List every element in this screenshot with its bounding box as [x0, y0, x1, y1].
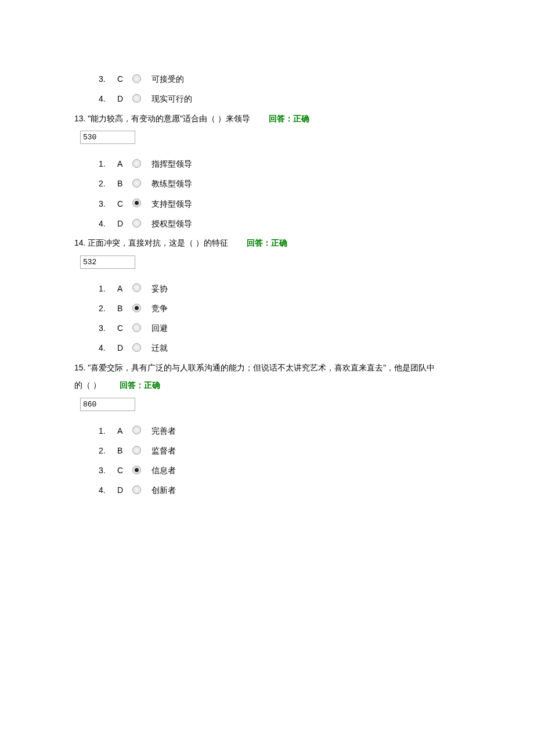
- option-letter: D: [117, 485, 128, 495]
- option-text: 回避: [151, 323, 168, 333]
- option-number: 3.: [99, 323, 115, 333]
- radio-icon[interactable]: [132, 485, 141, 494]
- option-text: 支持型领导: [151, 199, 192, 208]
- q13-code-input[interactable]: 530: [80, 131, 135, 144]
- q14-option-a: 1. A 妥协: [0, 279, 534, 299]
- q13-option-d: 4. D 授权型领导: [0, 214, 534, 234]
- option-number: 3.: [99, 74, 115, 84]
- q13-stem: 13. "能力较高，有变动的意愿"适合由（ ）来领导 回答：正确: [0, 110, 534, 127]
- option-text: 完善者: [151, 426, 176, 435]
- q13-option-b: 2. B 教练型领导: [0, 174, 534, 194]
- option-text: 信息者: [151, 466, 176, 475]
- option-text: 授权型领导: [151, 219, 192, 228]
- option-number: 1.: [99, 159, 115, 168]
- option-letter: C: [117, 199, 128, 208]
- q13-option-a: 1. A 指挥型领导: [0, 154, 534, 174]
- option-text: 妥协: [151, 284, 168, 293]
- option-letter: B: [117, 304, 128, 313]
- radio-icon-selected[interactable]: [132, 304, 141, 312]
- option-letter: B: [117, 179, 128, 188]
- option-number: 4.: [99, 343, 115, 352]
- feedback-label: 回答：正确: [247, 238, 287, 247]
- q14-option-b: 2. B 竞争: [0, 299, 534, 319]
- option-letter: D: [117, 343, 128, 352]
- option-text: 创新者: [151, 486, 176, 495]
- q13-option-c: 3. C 支持型领导: [0, 195, 534, 214]
- option-text: 迁就: [151, 344, 168, 353]
- q15-stem: 15. "喜爱交际，具有广泛的与人联系沟通的能力；但说话不太讲究艺术，喜欢直来直…: [0, 359, 534, 376]
- option-number: 2.: [99, 179, 115, 188]
- q15-stem-line2: 的（ ） 回答：正确: [0, 376, 534, 394]
- radio-icon[interactable]: [132, 343, 141, 352]
- q12-option-c: 3. C 可接受的: [0, 70, 534, 89]
- radio-icon[interactable]: [132, 446, 141, 455]
- option-text: 指挥型领导: [151, 159, 192, 168]
- option-number: 3.: [99, 466, 115, 475]
- q15-code-input[interactable]: 860: [80, 398, 135, 411]
- option-letter: A: [117, 284, 128, 293]
- option-number: 4.: [99, 485, 115, 495]
- option-letter: D: [117, 94, 128, 103]
- option-number: 2.: [99, 446, 115, 455]
- option-letter: C: [117, 466, 128, 475]
- radio-icon[interactable]: [132, 323, 141, 332]
- q14-stem: 14. 正面冲突，直接对抗，这是（ ）的特征 回答：正确: [0, 234, 534, 251]
- q14-option-c: 3. C 回避: [0, 319, 534, 339]
- q14-option-d: 4. D 迁就: [0, 339, 534, 358]
- option-number: 1.: [99, 426, 115, 435]
- question-text-line1: "喜爱交际，具有广泛的与人联系沟通的能力；但说话不太讲究艺术，喜欢直来直去"，他…: [88, 363, 435, 372]
- option-text: 现实可行的: [151, 95, 192, 104]
- option-number: 3.: [99, 199, 115, 208]
- q15-option-a: 1. A 完善者: [0, 422, 534, 441]
- q15-option-b: 2. B 监督者: [0, 441, 534, 461]
- option-letter: A: [117, 159, 128, 168]
- question-text-line2: 的（ ）: [74, 380, 101, 390]
- q14-code-input[interactable]: 532: [80, 255, 135, 269]
- feedback-label: 回答：正确: [120, 380, 160, 390]
- q15-option-c: 3. C 信息者: [0, 461, 534, 481]
- option-number: 1.: [99, 284, 115, 293]
- question-number: 14.: [74, 238, 85, 247]
- option-text: 竞争: [151, 304, 168, 313]
- q12-option-d: 4. D 现实可行的: [0, 89, 534, 109]
- option-letter: A: [117, 426, 128, 435]
- option-number: 4.: [99, 219, 115, 228]
- feedback-label: 回答：正确: [269, 114, 309, 123]
- option-letter: D: [117, 219, 128, 228]
- radio-icon[interactable]: [132, 179, 141, 188]
- question-number: 15.: [74, 363, 85, 372]
- option-letter: C: [117, 74, 128, 84]
- option-letter: B: [117, 446, 128, 455]
- radio-icon[interactable]: [132, 219, 141, 228]
- option-text: 可接受的: [151, 74, 184, 84]
- question-number: 13.: [74, 114, 85, 123]
- radio-icon[interactable]: [132, 283, 141, 292]
- q15-option-d: 4. D 创新者: [0, 481, 534, 501]
- option-number: 4.: [99, 94, 115, 103]
- question-text: "能力较高，有变动的意愿"适合由（ ）来领导: [88, 114, 250, 123]
- radio-icon[interactable]: [132, 426, 141, 434]
- option-text: 监督者: [151, 446, 176, 455]
- radio-icon-selected[interactable]: [132, 199, 141, 207]
- option-text: 教练型领导: [151, 179, 192, 189]
- option-letter: C: [117, 323, 128, 333]
- option-number: 2.: [99, 304, 115, 313]
- radio-icon-selected[interactable]: [132, 466, 141, 474]
- radio-icon[interactable]: [132, 74, 141, 83]
- question-text: 正面冲突，直接对抗，这是（ ）的特征: [88, 238, 228, 247]
- radio-icon[interactable]: [132, 94, 141, 103]
- radio-icon[interactable]: [132, 159, 141, 168]
